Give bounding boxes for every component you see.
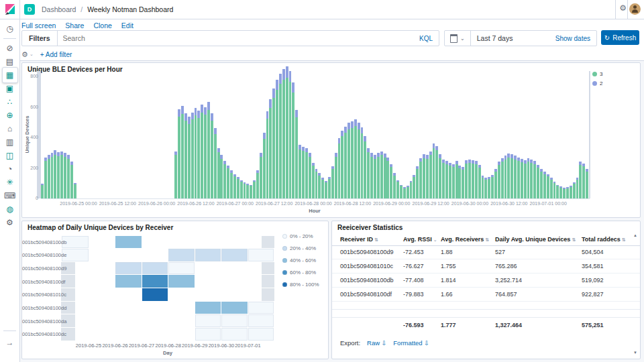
scroll-down-icon[interactable]: ▼ — [632, 351, 639, 355]
export-label: Export: — [340, 339, 360, 347]
heatmap-cell[interactable] — [221, 328, 248, 341]
stack-monitoring-icon: ◍ — [6, 204, 13, 214]
heatmap-legend-item[interactable]: 60% - 80% — [282, 269, 319, 276]
kibana-logo[interactable] — [0, 0, 20, 19]
dashboard-icon: ▦ — [6, 70, 13, 80]
heatmap-cell[interactable] — [221, 302, 248, 314]
heatmap-legend-item[interactable]: 80% - 100% — [282, 282, 319, 288]
user-avatar[interactable] — [629, 3, 641, 15]
heatmap-cell[interactable] — [195, 328, 221, 341]
machine-learning-icon: ∴ — [7, 97, 13, 107]
heatmap-legend-item[interactable]: 0% - 20% — [282, 233, 319, 239]
sidebar-item-canvas[interactable]: ▣ — [0, 82, 19, 95]
maps-icon: ⊕ — [6, 111, 13, 120]
table-scrollbar[interactable]: ▲ ▼ — [632, 233, 639, 355]
search-input[interactable] — [58, 34, 419, 42]
heatmap-cell[interactable] — [221, 249, 248, 261]
add-filter-link[interactable]: + Add filter — [40, 51, 72, 58]
x-tick-label: 2019-07-01 00:00 — [525, 201, 572, 206]
collapse-sidebar-icon[interactable]: → — [0, 338, 19, 347]
date-range-value[interactable]: Last 7 days — [471, 34, 555, 42]
legend-dot — [282, 234, 287, 239]
column-header-avg-rssi[interactable]: Avg. RSSI⌄ — [403, 236, 441, 243]
action-share[interactable]: Share — [65, 21, 84, 29]
query-bar: Filters KQL — [21, 30, 439, 46]
column-header-avg-receivers[interactable]: Avg. Receivers⇅ — [441, 236, 495, 243]
sidebar-item-apm[interactable]: ◔ — [0, 162, 19, 176]
filter-chevron-icon[interactable]: ⌄ — [30, 52, 34, 57]
heatmap-row-label: 001bc509408100dc — [22, 331, 60, 337]
sidebar-item-graph[interactable]: ✳ — [0, 176, 19, 189]
sidebar-item-stack-monitoring[interactable]: ◍ — [0, 202, 19, 216]
scroll-up-icon[interactable]: ▲ — [632, 233, 639, 237]
refresh-button[interactable]: ↻ Refresh — [601, 30, 639, 45]
sidebar-item-maps[interactable]: ⊕ — [0, 109, 19, 122]
heatmap-cell[interactable] — [248, 328, 274, 341]
heatmap-cell[interactable] — [142, 288, 168, 301]
heatmap-cell[interactable] — [168, 262, 195, 275]
table-divider — [332, 309, 640, 310]
summary-cell: -76.593 — [403, 322, 441, 328]
action-edit[interactable]: Edit — [121, 21, 133, 29]
action-full-screen[interactable]: Full screen — [21, 21, 56, 29]
settings-gear-icon[interactable]: ⚙ — [619, 3, 627, 13]
kql-toggle[interactable]: KQL — [419, 35, 439, 42]
heatmap-cell[interactable] — [221, 314, 248, 327]
heatmap-cell[interactable] — [142, 275, 168, 288]
table-cell: 3,252.714 — [495, 277, 582, 284]
sidebar-item-dashboard[interactable]: ▦ — [0, 68, 19, 82]
column-header-receiver-id[interactable]: Receiver ID⇅ — [340, 236, 403, 243]
show-dates-link[interactable]: Show dates — [555, 35, 596, 42]
export-raw-link[interactable]: Raw ⇩ — [367, 339, 386, 347]
heatmap-cell[interactable] — [248, 314, 274, 327]
filter-gear-icon[interactable]: ⚙ — [21, 50, 28, 59]
sidebar-item-recently-viewed[interactable]: ◷ — [0, 22, 19, 36]
breadcrumb-dashboard-link[interactable]: Dashboard — [42, 5, 76, 13]
heatmap-cell[interactable] — [168, 275, 195, 288]
legend-label: 40% - 60% — [290, 257, 316, 263]
bar-chart-plot — [41, 66, 589, 198]
legend-item-3[interactable]: 3 — [592, 71, 602, 77]
export-formatted-link[interactable]: Formatted ⇩ — [393, 339, 429, 347]
heatmap-cell[interactable] — [195, 302, 221, 314]
heatmap-cell[interactable] — [115, 262, 142, 275]
sidebar-item-visualize[interactable]: ▤ — [0, 55, 19, 68]
heatmap-cell[interactable] — [248, 249, 274, 261]
heatmap-cell[interactable] — [142, 262, 168, 275]
table-header-row: Receiver ID⇅Avg. RSSI⌄Avg. Receivers⇅Dai… — [332, 233, 640, 246]
dashboard-badge: D — [24, 4, 35, 15]
discover-icon: ⊘ — [6, 44, 13, 53]
column-header-total-raddecs[interactable]: Total raddecs⇅ — [582, 236, 631, 243]
partial-bucket-marker — [262, 275, 274, 288]
chart-legend: 3 2 — [592, 71, 602, 90]
action-clone[interactable]: Clone — [93, 21, 111, 29]
kibana-logo-icon — [5, 4, 15, 15]
heatmap-cell[interactable] — [115, 275, 142, 288]
heatmap-legend-item[interactable]: 40% - 60% — [282, 257, 319, 263]
heatmap-cell[interactable] — [195, 314, 221, 327]
filter-controls: ⚙ ⌄ + Add filter — [21, 48, 72, 60]
topbar-divider — [615, 0, 616, 19]
sidebar-item-discover[interactable]: ⊘ — [0, 42, 19, 55]
partial-bucket-marker — [262, 262, 274, 275]
sidebar-item-management[interactable]: ⚙ — [0, 216, 19, 229]
sidebar-item-dev-tools[interactable]: ⌨ — [0, 189, 19, 202]
legend-item-2[interactable]: 2 — [592, 80, 602, 86]
sidebar-divider — [3, 330, 16, 331]
heatmap-cell[interactable] — [248, 302, 274, 314]
top-navbar: D Dashboard / Weekly Notman Dashboard ⚙ — [0, 0, 644, 19]
heatmap-cell[interactable] — [115, 236, 142, 249]
calendar-dropdown[interactable]: ⌄ — [445, 31, 471, 46]
heatmap-legend-item[interactable]: 20% - 40% — [282, 245, 319, 251]
sidebar-item-uptime[interactable]: ⌂ — [0, 122, 19, 135]
sidebar-item-infrastructure[interactable]: ◫ — [0, 149, 19, 162]
filters-button[interactable]: Filters — [22, 31, 58, 46]
sidebar-item-machine-learning[interactable]: ∴ — [0, 95, 19, 109]
column-header-daily-avg-unique-devices[interactable]: Daily Avg. Unique Devices⇅ — [495, 236, 582, 243]
table-cell: 922,827 — [582, 291, 631, 298]
sidebar-item-logs[interactable]: ▥ — [0, 135, 19, 149]
heatmap-cell[interactable] — [195, 249, 221, 261]
heatmap-x-tick-label: 2019-07-01 — [227, 343, 268, 349]
page-title: Weekly Notman Dashboard — [87, 5, 173, 13]
heatmap-cell[interactable] — [168, 249, 195, 261]
